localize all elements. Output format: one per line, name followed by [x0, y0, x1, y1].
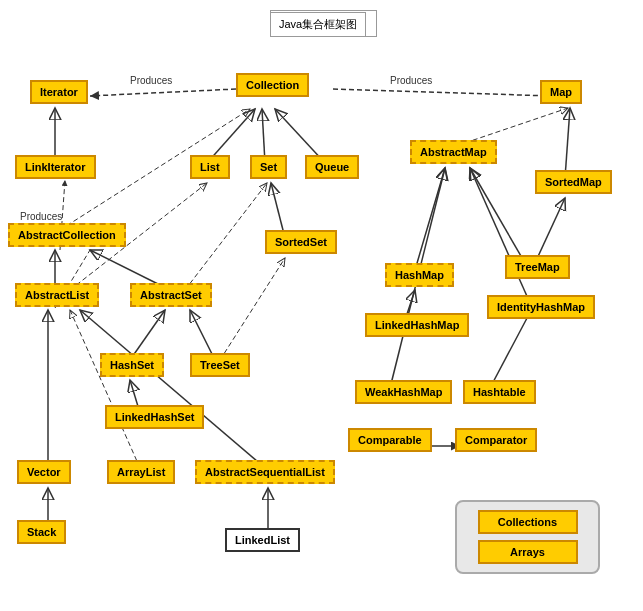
node-linkiterator: LinkIterator [15, 155, 96, 179]
svg-text:Produces: Produces [390, 75, 432, 86]
node-arraylist: ArrayList [107, 460, 175, 484]
svg-text:Produces: Produces [20, 211, 62, 222]
svg-line-31 [80, 310, 265, 468]
legend-arrays: Arrays [478, 540, 578, 564]
node-treemap: TreeMap [505, 255, 570, 279]
node-queue: Queue [305, 155, 359, 179]
svg-line-19 [535, 198, 565, 263]
node-abstractmap: AbstractMap [410, 140, 497, 164]
svg-line-12 [565, 108, 570, 178]
node-set: Set [250, 155, 287, 179]
node-identityhashmap: IdentityHashMap [487, 295, 595, 319]
node-collection: Collection [236, 73, 309, 97]
node-weakhashmap: WeakHashMap [355, 380, 452, 404]
node-linkedlist: LinkedList [225, 528, 300, 552]
node-linkedhashset: LinkedHashSet [105, 405, 204, 429]
node-sortedset: SortedSet [265, 230, 337, 254]
svg-line-2 [333, 89, 552, 96]
svg-line-20 [470, 168, 525, 263]
svg-line-21 [470, 168, 530, 303]
svg-line-18 [415, 168, 445, 270]
svg-text:Produces: Produces [130, 75, 172, 86]
node-comparator: Comparator [455, 428, 537, 452]
node-abstractsequentiallist: AbstractSequentialList [195, 460, 335, 484]
node-hashset: HashSet [100, 353, 164, 377]
node-abstractset: AbstractSet [130, 283, 212, 307]
svg-line-24 [220, 258, 285, 360]
node-treeset: TreeSet [190, 353, 250, 377]
node-stack: Stack [17, 520, 66, 544]
node-sortedmap: SortedMap [535, 170, 612, 194]
node-comparable: Comparable [348, 428, 432, 452]
node-hashmap: HashMap [385, 263, 454, 287]
legend-box: Collections Arrays [455, 500, 600, 574]
node-iterator: Iterator [30, 80, 88, 104]
node-map: Map [540, 80, 582, 104]
diagram-container: Java集合框架图 Produces Produces [0, 0, 643, 611]
node-hashtable: Hashtable [463, 380, 536, 404]
legend-collections: Collections [478, 510, 578, 534]
node-abstractlist: AbstractList [15, 283, 99, 307]
node-title: Java集合框架图 [270, 12, 366, 37]
svg-line-16 [185, 183, 267, 290]
node-abstractcollection: AbstractCollection [8, 223, 126, 247]
svg-line-0 [90, 89, 236, 96]
node-vector: Vector [17, 460, 71, 484]
svg-line-30 [70, 310, 140, 468]
node-linkedhashmap: LinkedHashMap [365, 313, 469, 337]
node-list: List [190, 155, 230, 179]
